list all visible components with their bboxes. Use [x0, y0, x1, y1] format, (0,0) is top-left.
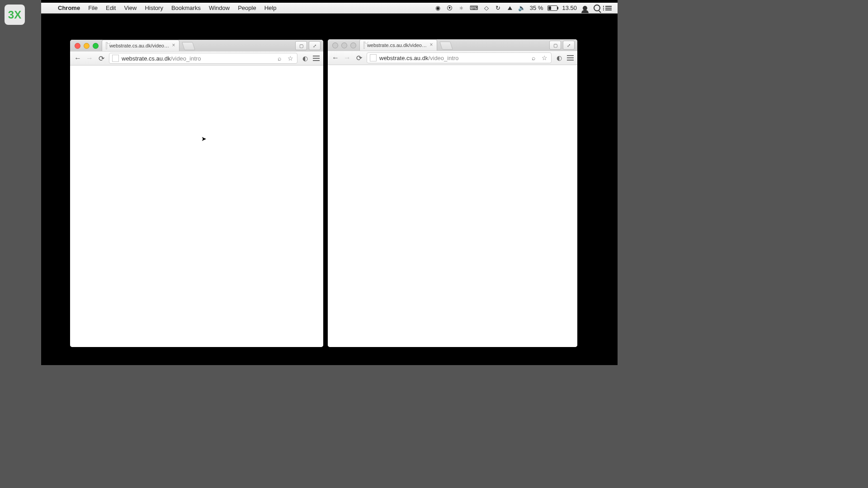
- location-icon[interactable]: ⦿: [446, 5, 453, 11]
- window-traffic-lights: [75, 43, 99, 49]
- new-tab-button[interactable]: [182, 42, 195, 50]
- page-viewport[interactable]: [328, 71, 577, 347]
- timemachine-icon[interactable]: ↻: [495, 5, 502, 11]
- bookmark-star-icon[interactable]: ☆: [540, 54, 548, 62]
- menu-people[interactable]: People: [234, 5, 260, 11]
- reload-button[interactable]: ⟳: [355, 54, 363, 62]
- battery-percent: 35 %: [530, 5, 543, 11]
- mac-menubar: Chrome File Edit View History Bookmarks …: [41, 3, 618, 14]
- spotlight-icon[interactable]: [593, 5, 600, 11]
- reload-button[interactable]: ⟳: [97, 54, 105, 62]
- browser-tab[interactable]: webstrate.cs.au.dk/video… ×: [359, 39, 437, 51]
- desktop-stage: Chrome File Edit View History Bookmarks …: [41, 0, 618, 365]
- fullscreen-button[interactable]: ⤢: [309, 41, 321, 50]
- window-minimize-button[interactable]: [341, 42, 347, 48]
- window-close-button[interactable]: [75, 43, 80, 49]
- page-icon: [370, 54, 377, 61]
- url-path: /video_intro: [428, 55, 458, 61]
- user-menu-icon[interactable]: [581, 6, 589, 10]
- browser-toolbar: ← → ⟳ webstrate.cs.au.dk/video_intro ⌕ ☆…: [70, 51, 323, 66]
- keyboard-icon[interactable]: ⌨: [470, 5, 478, 11]
- zoom-icon[interactable]: ⌕: [529, 54, 538, 62]
- window-minimize-button[interactable]: [84, 43, 90, 49]
- bookmark-star-icon[interactable]: ☆: [286, 54, 294, 62]
- back-button[interactable]: ←: [74, 54, 82, 62]
- forward-button[interactable]: →: [343, 54, 351, 62]
- page-icon: [363, 42, 365, 49]
- url-path: /video_intro: [170, 55, 201, 62]
- chrome-window-left[interactable]: webstrate.cs.au.dk/video… × ▢ ⤢ ← → ⟳ we…: [70, 40, 323, 347]
- url-text: webstrate.cs.au.dk/video_intro: [122, 55, 273, 62]
- app-name[interactable]: Chrome: [54, 5, 84, 11]
- battery-icon[interactable]: [547, 5, 557, 11]
- tab-close-icon[interactable]: ×: [429, 42, 434, 47]
- new-tab-button[interactable]: [439, 42, 453, 50]
- url-host: webstrate.cs.au.dk: [122, 55, 170, 62]
- chrome-menu-icon[interactable]: [313, 56, 320, 61]
- tabstrip: webstrate.cs.au.dk/video… × ▢ ⤢: [328, 39, 577, 51]
- page-icon: [106, 42, 107, 49]
- window-maximize-button[interactable]: [93, 43, 99, 49]
- mouse-cursor-icon: ➤: [201, 135, 207, 142]
- menu-view[interactable]: View: [120, 5, 141, 11]
- chrome-menu-icon[interactable]: [567, 55, 574, 61]
- menu-file[interactable]: File: [84, 5, 102, 11]
- tab-title: webstrate.cs.au.dk/video…: [367, 42, 427, 48]
- profile-button[interactable]: ▢: [295, 41, 307, 50]
- extension-icon[interactable]: ◐: [555, 54, 563, 62]
- extension-icon[interactable]: ◐: [301, 54, 309, 62]
- menu-window[interactable]: Window: [205, 5, 234, 11]
- bluetooth-icon[interactable]: ∗: [458, 5, 465, 11]
- tab-title: webstrate.cs.au.dk/video…: [109, 43, 169, 48]
- window-maximize-button[interactable]: [350, 42, 356, 48]
- url-text: webstrate.cs.au.dk/video_intro: [379, 55, 527, 61]
- window-traffic-lights: [332, 42, 356, 48]
- window-close-button[interactable]: [332, 42, 338, 48]
- back-button[interactable]: ←: [331, 54, 340, 62]
- address-bar[interactable]: webstrate.cs.au.dk/video_intro ⌕ ☆: [109, 53, 297, 64]
- chrome-window-right[interactable]: webstrate.cs.au.dk/video… × ▢ ⤢ ← → ⟳ we…: [328, 39, 577, 347]
- menu-edit[interactable]: Edit: [102, 5, 120, 11]
- address-bar[interactable]: webstrate.cs.au.dk/video_intro ⌕ ☆: [367, 52, 552, 63]
- tab-close-icon[interactable]: ×: [171, 42, 176, 48]
- forward-button[interactable]: →: [85, 54, 94, 62]
- tabstrip: webstrate.cs.au.dk/video… × ▢ ⤢: [70, 40, 323, 51]
- menubar-status-icons: ◉ ⦿ ∗ ⌨ ◇ ↻ 🔈 35 % 13.50: [434, 5, 618, 11]
- messages-icon[interactable]: ◇: [483, 5, 490, 11]
- zoom-icon[interactable]: ⌕: [275, 54, 283, 62]
- menu-history[interactable]: History: [141, 5, 167, 11]
- menu-bookmarks[interactable]: Bookmarks: [167, 5, 205, 11]
- clock[interactable]: 13.50: [562, 5, 577, 11]
- record-icon[interactable]: ◉: [434, 5, 442, 11]
- wifi-icon[interactable]: [506, 5, 514, 11]
- speed-badge: 3X: [5, 5, 25, 25]
- notification-center-icon[interactable]: [605, 6, 612, 10]
- fullscreen-button[interactable]: ⤢: [563, 41, 575, 50]
- page-icon: [112, 55, 119, 62]
- volume-icon[interactable]: 🔈: [518, 5, 525, 11]
- page-viewport[interactable]: ➤: [70, 72, 323, 347]
- browser-toolbar: ← → ⟳ webstrate.cs.au.dk/video_intro ⌕ ☆…: [328, 51, 577, 65]
- url-host: webstrate.cs.au.dk: [379, 55, 428, 61]
- profile-button[interactable]: ▢: [549, 41, 561, 50]
- browser-tab[interactable]: webstrate.cs.au.dk/video… ×: [102, 40, 179, 51]
- menu-help[interactable]: Help: [260, 5, 281, 11]
